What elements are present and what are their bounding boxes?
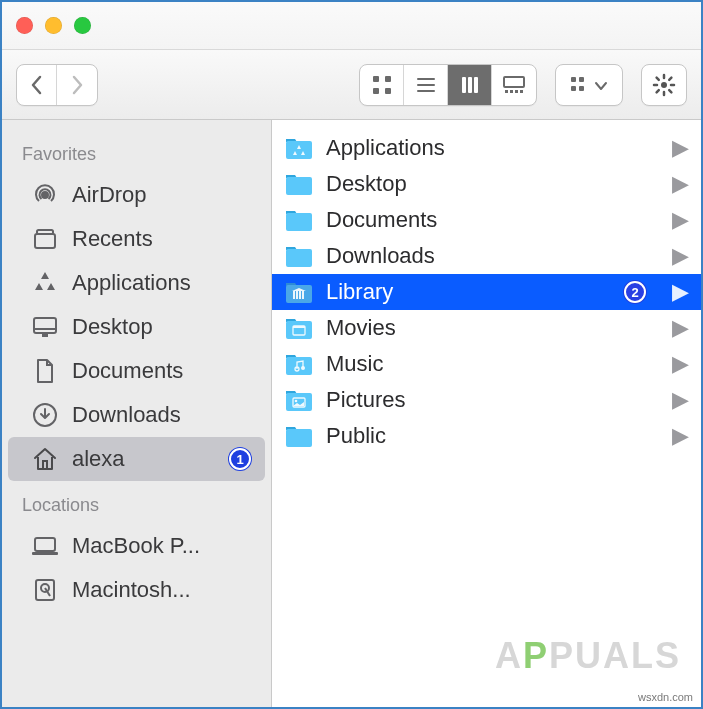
chevron-right-icon: ▶: [672, 387, 689, 413]
downloads-icon: [30, 400, 60, 430]
minimize-window-button[interactable]: [45, 17, 62, 34]
desktop-icon: [30, 312, 60, 342]
svg-line-27: [669, 77, 671, 79]
sidebar-item-label: alexa: [72, 446, 125, 472]
svg-rect-58: [286, 429, 312, 447]
chevron-right-icon: ▶: [672, 135, 689, 161]
folder-row-public[interactable]: Public ▶: [272, 418, 701, 454]
svg-point-57: [295, 400, 298, 403]
chevron-right-icon: ▶: [672, 279, 689, 305]
svg-rect-30: [37, 230, 53, 234]
folder-row-music[interactable]: Music ▶: [272, 346, 701, 382]
svg-rect-35: [43, 461, 47, 469]
gallery-view-button[interactable]: [492, 65, 536, 105]
svg-rect-29: [35, 234, 55, 248]
folder-icon: [284, 315, 314, 341]
folder-label: Movies: [326, 315, 396, 341]
svg-rect-12: [510, 90, 513, 93]
svg-rect-7: [462, 77, 466, 93]
laptop-icon: [30, 531, 60, 561]
sidebar-item-macbook[interactable]: MacBook P...: [8, 524, 265, 568]
folder-label: Library: [326, 279, 393, 305]
home-icon: [30, 444, 60, 474]
svg-rect-37: [32, 552, 58, 555]
sidebar-item-applications[interactable]: Applications: [8, 261, 265, 305]
toolbar: [2, 50, 701, 120]
svg-rect-52: [293, 326, 305, 328]
back-button[interactable]: [17, 65, 57, 105]
svg-rect-55: [286, 393, 312, 411]
folder-row-applications[interactable]: Applications ▶: [272, 130, 701, 166]
sidebar-item-label: MacBook P...: [72, 533, 200, 559]
zoom-window-button[interactable]: [74, 17, 91, 34]
svg-rect-33: [42, 334, 48, 337]
action-segment: [641, 64, 687, 106]
svg-rect-44: [286, 249, 312, 267]
sidebar-item-label: Macintosh...: [72, 577, 191, 603]
group-by-button[interactable]: [556, 65, 622, 105]
window-titlebar: [2, 2, 701, 50]
sidebar-item-downloads[interactable]: Downloads: [8, 393, 265, 437]
folder-label: Music: [326, 351, 383, 377]
source-mark: wsxdn.com: [638, 691, 693, 703]
svg-rect-48: [299, 291, 301, 299]
folder-icon: [284, 423, 314, 449]
svg-rect-43: [286, 213, 312, 231]
sidebar-item-label: AirDrop: [72, 182, 147, 208]
sidebar-item-label: Documents: [72, 358, 183, 384]
sidebar-item-label: Applications: [72, 270, 191, 296]
close-window-button[interactable]: [16, 17, 33, 34]
action-gear-button[interactable]: [642, 65, 686, 105]
sidebar-item-home[interactable]: alexa 1: [8, 437, 265, 481]
sidebar-item-documents[interactable]: Documents: [8, 349, 265, 393]
sidebar-item-desktop[interactable]: Desktop: [8, 305, 265, 349]
svg-rect-14: [520, 90, 523, 93]
annotation-badge-1: 1: [229, 448, 251, 470]
svg-rect-41: [286, 141, 312, 159]
folder-icon: [284, 243, 314, 269]
svg-rect-47: [296, 291, 298, 299]
sidebar-item-recents[interactable]: Recents: [8, 217, 265, 261]
recents-icon: [30, 224, 60, 254]
svg-rect-18: [579, 86, 584, 91]
svg-rect-8: [468, 77, 472, 93]
folder-row-pictures[interactable]: Pictures ▶: [272, 382, 701, 418]
nav-segment: [16, 64, 98, 106]
folder-row-movies[interactable]: Movies ▶: [272, 310, 701, 346]
svg-rect-13: [515, 90, 518, 93]
svg-rect-16: [579, 77, 584, 82]
icon-view-button[interactable]: [360, 65, 404, 105]
sidebar-item-airdrop[interactable]: AirDrop: [8, 173, 265, 217]
forward-button[interactable]: [57, 65, 97, 105]
folder-row-library[interactable]: Library 2 ▶: [272, 274, 701, 310]
content-column: Applications ▶ Desktop ▶ Documents ▶ Dow…: [272, 120, 701, 707]
svg-line-26: [657, 90, 659, 92]
folder-row-documents[interactable]: Documents ▶: [272, 202, 701, 238]
svg-rect-53: [286, 357, 312, 375]
hdd-icon: [30, 575, 60, 605]
folder-label: Public: [326, 423, 386, 449]
folder-row-downloads[interactable]: Downloads ▶: [272, 238, 701, 274]
annotation-badge-2: 2: [624, 281, 646, 303]
column-view-button[interactable]: [448, 65, 492, 105]
svg-rect-1: [385, 76, 391, 82]
traffic-lights: [16, 17, 91, 34]
view-mode-segment: [359, 64, 537, 106]
main-area: Favorites AirDrop Recents Applications D…: [2, 120, 701, 707]
folder-label: Desktop: [326, 171, 407, 197]
chevron-right-icon: ▶: [672, 315, 689, 341]
folder-icon: [284, 207, 314, 233]
folder-row-desktop[interactable]: Desktop ▶: [272, 166, 701, 202]
folder-label: Applications: [326, 135, 445, 161]
list-view-button[interactable]: [404, 65, 448, 105]
chevron-right-icon: ▶: [672, 351, 689, 377]
svg-rect-49: [302, 291, 304, 299]
sidebar-item-label: Downloads: [72, 402, 181, 428]
svg-rect-31: [34, 318, 56, 333]
watermark: APPUALS: [495, 635, 681, 677]
group-by-segment: [555, 64, 623, 106]
airdrop-icon: [30, 180, 60, 210]
sidebar-item-hdd[interactable]: Macintosh...: [8, 568, 265, 612]
chevron-right-icon: ▶: [672, 171, 689, 197]
folder-label: Pictures: [326, 387, 405, 413]
